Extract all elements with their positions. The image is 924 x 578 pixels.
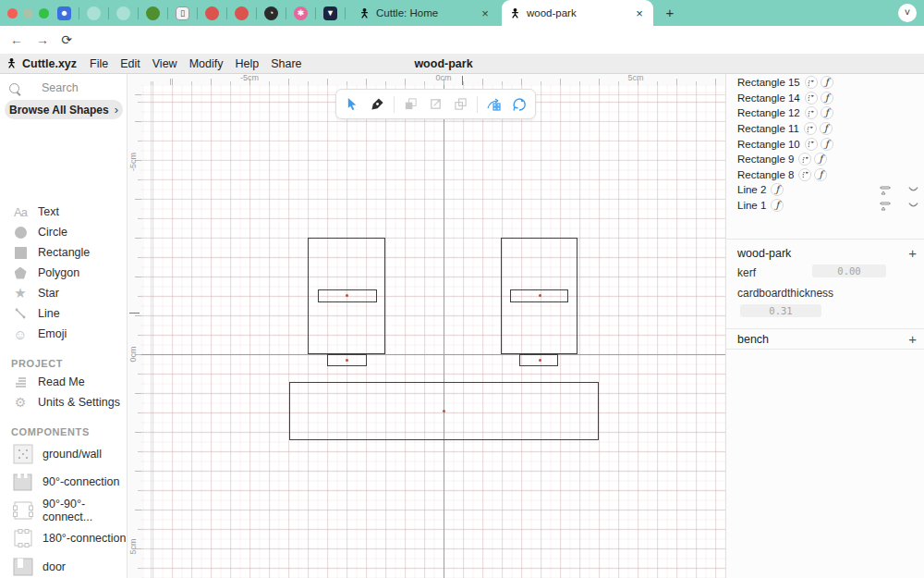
transform-badge-icon[interactable] (798, 168, 811, 181)
transform-badge-icon[interactable] (805, 138, 818, 151)
menu-view[interactable]: View (152, 57, 177, 70)
pinned-tab-favicon[interactable] (87, 6, 101, 20)
shape-item-star[interactable]: ★ Star (0, 283, 128, 303)
menu-edit[interactable]: Edit (120, 57, 140, 70)
pinned-tab-favicon[interactable]: ◔ (264, 6, 278, 20)
component-item-90-connection[interactable]: 90°-connection (0, 468, 128, 496)
shape-label: Emoji (38, 327, 67, 340)
pinned-tab-favicon[interactable]: ▼ (323, 6, 337, 20)
layer-row[interactable]: Rectangle 8 ƒ (726, 167, 924, 183)
menu-share[interactable]: Share (271, 57, 301, 70)
component-item-180-connection[interactable]: 180°-connection (0, 524, 128, 552)
forward-icon[interactable]: → (33, 31, 52, 49)
tab-cuttle-home[interactable]: Cuttle: Home × (351, 0, 499, 26)
layer-row[interactable]: Rectangle 14 ƒ (726, 91, 924, 106)
fx-badge-icon[interactable]: ƒ (814, 168, 827, 181)
pinned-tab-favicon[interactable] (235, 6, 249, 20)
search-icon (9, 83, 19, 93)
pinned-tab-favicon[interactable] (146, 6, 160, 20)
repeat-tool-icon[interactable] (484, 95, 503, 114)
param-value-kerf[interactable]: 0.00 (812, 264, 886, 277)
project-item-label: Read Me (38, 375, 85, 388)
shape-item-rectangle[interactable]: Rectangle (0, 242, 128, 263)
layer-name: Rectangle 14 (737, 92, 800, 104)
minimize-window-button[interactable] (23, 8, 33, 18)
menu-file[interactable]: File (90, 57, 108, 70)
param-value-cardboardthickness[interactable]: 0.31 (740, 304, 821, 317)
search-row[interactable] (0, 78, 128, 98)
component-item-ground-wall[interactable]: ground/wall (0, 440, 128, 468)
layer-name: Rectangle 10 (737, 139, 800, 150)
layer-row[interactable]: Rectangle 10 ƒ (726, 136, 924, 152)
modifier-icon[interactable] (880, 184, 891, 195)
search-input[interactable] (40, 80, 127, 95)
fx-badge-icon[interactable]: ƒ (820, 122, 833, 135)
design-canvas[interactable] (141, 85, 725, 578)
back-icon[interactable]: ← (7, 31, 26, 49)
panel-divider (726, 328, 924, 329)
transform-badge-icon[interactable] (804, 122, 817, 135)
fx-badge-icon[interactable]: ƒ (771, 199, 784, 212)
tab-search-chevron-icon[interactable]: ˅ (898, 4, 917, 22)
layer-row[interactable]: Rectangle 9 ƒ (726, 152, 924, 167)
pinned-tab-favicon[interactable] (116, 6, 130, 20)
component-item-door[interactable]: door (0, 553, 128, 578)
reload-icon[interactable]: ⟳ (57, 31, 76, 49)
layer-row[interactable]: Line 1 ƒ (726, 198, 924, 214)
fx-badge-icon[interactable]: ƒ (821, 106, 833, 119)
fx-badge-icon[interactable]: ƒ (814, 153, 827, 166)
project-item-readme[interactable]: Read Me (0, 372, 128, 392)
fx-badge-icon[interactable]: ƒ (771, 183, 784, 196)
pinned-tab-favicon[interactable] (205, 6, 219, 20)
pen-tool-icon[interactable] (369, 95, 387, 114)
browse-all-shapes-button[interactable]: Browse All Shapes › (5, 100, 123, 119)
fx-badge-icon[interactable]: ƒ (821, 76, 833, 89)
shape-label: Circle (38, 226, 67, 239)
layer-row[interactable]: Line 2 ƒ (726, 182, 924, 198)
add-project-param-button[interactable]: + (908, 245, 917, 261)
pinned-tab-favicon[interactable]: ☻ (57, 6, 71, 20)
tab-wood-park[interactable]: wood-park × (502, 0, 653, 26)
modifier-icon[interactable] (880, 200, 891, 211)
collapse-chevron-icon[interactable] (907, 202, 919, 209)
shape-label: Line (38, 307, 60, 320)
layer-row[interactable]: Rectangle 15 ƒ (726, 75, 924, 91)
rectangle-shape-icon (11, 247, 30, 259)
cuttle-app-window: ☻ ▯ ◔ ✱ ▼ Cuttle: Home × (0, 0, 924, 578)
pinned-tab-favicon[interactable]: ▯ (176, 6, 189, 20)
cuttle-brand[interactable]: Cuttle.xyz (6, 57, 77, 70)
tab-close-icon[interactable]: × (479, 6, 492, 20)
menu-modify[interactable]: Modify (189, 57, 224, 70)
right-panel: Rectangle 15 ƒ Rectangle 14 ƒ Rectangle … (725, 74, 924, 578)
fx-badge-icon[interactable]: ƒ (821, 138, 833, 151)
cuttle-favicon (509, 7, 521, 19)
collapse-chevron-icon[interactable] (907, 186, 919, 193)
tab-close-icon[interactable]: × (633, 6, 646, 20)
transform-badge-icon[interactable] (805, 76, 818, 89)
tab-label: wood-park (527, 7, 577, 18)
new-tab-button[interactable]: + (662, 5, 678, 21)
zoom-window-button[interactable] (39, 8, 49, 18)
transform-badge-icon[interactable] (798, 153, 811, 166)
boolean-union-icon[interactable] (401, 95, 419, 114)
rotate-tool-icon[interactable] (510, 95, 529, 114)
shape-item-polygon[interactable]: Polygon (0, 263, 128, 283)
fx-badge-icon[interactable]: ƒ (821, 92, 833, 105)
select-tool-icon[interactable] (343, 95, 361, 114)
transform-badge-icon[interactable] (805, 92, 818, 105)
close-window-button[interactable] (7, 8, 18, 18)
menu-help[interactable]: Help (235, 57, 259, 70)
component-item-90-90-connection[interactable]: 90°-90°-connect... (0, 497, 128, 524)
boolean-intersect-icon[interactable] (452, 95, 470, 114)
transform-badge-icon[interactable] (805, 106, 818, 119)
shape-item-text[interactable]: Aa Text (0, 202, 128, 222)
boolean-subtract-icon[interactable] (426, 95, 444, 114)
layer-row[interactable]: Rectangle 11 ƒ (726, 121, 924, 137)
shape-item-emoji[interactable]: ☺ Emoji (0, 324, 128, 344)
layer-row[interactable]: Rectangle 12 ƒ (726, 105, 924, 121)
shape-item-circle[interactable]: Circle (0, 222, 128, 242)
pinned-tab-favicon[interactable]: ✱ (294, 6, 308, 20)
project-item-units-settings[interactable]: ⚙ Units & Settings (0, 392, 128, 412)
shape-item-line[interactable]: Line (0, 303, 128, 324)
add-component-param-button[interactable]: + (908, 331, 917, 347)
